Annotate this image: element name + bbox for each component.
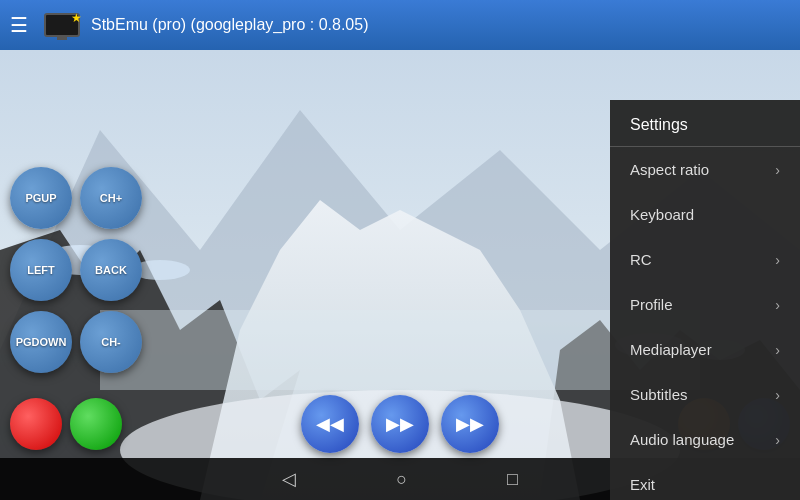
ctrl-row-2: LEFT BACK (10, 239, 190, 301)
pgup-button[interactable]: PGUP (10, 167, 72, 229)
menu-item-audio-language[interactable]: Audio language › (610, 417, 800, 462)
menu-item-profile-label: Profile (630, 296, 673, 313)
menu-header: Settings (610, 104, 800, 147)
play-button[interactable]: ▶▶ (371, 395, 429, 453)
menu-item-subtitles-label: Subtitles (630, 386, 688, 403)
rewind-icon: ◀◀ (316, 413, 344, 435)
dropdown-menu: Settings Aspect ratio › Keyboard RC › Pr… (610, 100, 800, 500)
bottom-left-buttons (10, 398, 122, 450)
menu-item-keyboard[interactable]: Keyboard (610, 192, 800, 237)
rewind-button[interactable]: ◀◀ (301, 395, 359, 453)
chevron-right-icon-rc: › (775, 252, 780, 268)
home-nav-icon[interactable]: ○ (396, 469, 407, 490)
menu-item-mediaplayer[interactable]: Mediaplayer › (610, 327, 800, 372)
menu-item-rc[interactable]: RC › (610, 237, 800, 282)
ctrl-row-1: PGUP CH+ (10, 167, 190, 229)
chevron-right-icon-subtitles: › (775, 387, 780, 403)
app-icon: ★ (43, 11, 81, 39)
back-button[interactable]: BACK (80, 239, 142, 301)
menu-item-exit-label: Exit (630, 476, 655, 493)
menu-item-audio-language-label: Audio language (630, 431, 734, 448)
star-badge: ★ (71, 11, 82, 25)
topbar: ☰ ★ StbEmu (pro) (googleplay_pro : 0.8.0… (0, 0, 800, 50)
pgdown-button[interactable]: PGDOWN (10, 311, 72, 373)
chevron-right-icon-mediaplayer: › (775, 342, 780, 358)
forward-icon: ▶▶ (456, 413, 484, 435)
green-button[interactable] (70, 398, 122, 450)
chevron-right-icon-profile: › (775, 297, 780, 313)
menu-item-rc-label: RC (630, 251, 652, 268)
play-icon: ▶▶ (386, 413, 414, 435)
chevron-right-icon-audio: › (775, 432, 780, 448)
recents-nav-icon[interactable]: □ (507, 469, 518, 490)
menu-item-exit[interactable]: Exit (610, 462, 800, 500)
menu-item-aspect-ratio-label: Aspect ratio (630, 161, 709, 178)
menu-item-aspect-ratio[interactable]: Aspect ratio › (610, 147, 800, 192)
media-buttons: ◀◀ ▶▶ ▶▶ (301, 395, 499, 453)
menu-item-keyboard-label: Keyboard (630, 206, 694, 223)
main-content: PGUP CH+ LEFT BACK PGDOWN CH- ◀◀ ▶▶ ▶▶ (0, 50, 800, 500)
left-button[interactable]: LEFT (10, 239, 72, 301)
chminus-button[interactable]: CH- (80, 311, 142, 373)
hamburger-icon[interactable]: ☰ (10, 13, 28, 37)
back-nav-icon[interactable]: ◁ (282, 468, 296, 490)
chplus-button[interactable]: CH+ (80, 167, 142, 229)
menu-item-profile[interactable]: Profile › (610, 282, 800, 327)
menu-item-mediaplayer-label: Mediaplayer (630, 341, 712, 358)
menu-item-subtitles[interactable]: Subtitles › (610, 372, 800, 417)
chevron-right-icon: › (775, 162, 780, 178)
app-title: StbEmu (pro) (googleplay_pro : 0.8.05) (91, 16, 368, 34)
red-button[interactable] (10, 398, 62, 450)
forward-button[interactable]: ▶▶ (441, 395, 499, 453)
ctrl-row-3: PGDOWN CH- (10, 311, 190, 373)
